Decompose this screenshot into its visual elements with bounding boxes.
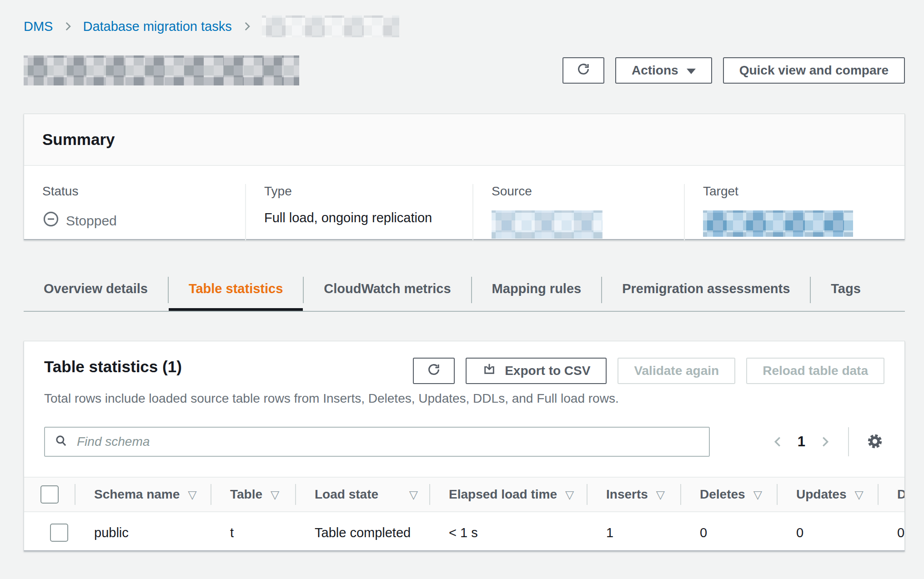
cell-updates: 0: [777, 512, 878, 551]
sort-icon[interactable]: [271, 488, 279, 501]
summary-field-status: Status Stopped: [24, 184, 245, 240]
summary-field-target: Target: [684, 184, 904, 240]
dms-task-page: DMS Database migration tasks Actions: [0, 0, 924, 579]
refresh-button[interactable]: [562, 57, 604, 84]
actions-button[interactable]: Actions: [615, 57, 712, 84]
table-statistics-description: Total rows include loaded source table r…: [24, 391, 904, 406]
row-checkbox[interactable]: [50, 524, 68, 542]
tab-mapping-rules[interactable]: Mapping rules: [472, 269, 602, 311]
quick-view-and-compare-button[interactable]: Quick view and compare: [723, 57, 905, 84]
cell-deletes: 0: [681, 512, 777, 551]
validate-again-label: Validate again: [634, 364, 719, 378]
sort-icon[interactable]: [409, 488, 418, 501]
cell-inserts: 1: [587, 512, 681, 551]
redacted-task-name-breadcrumb: [262, 15, 399, 37]
caret-down-icon: [687, 69, 696, 74]
refresh-icon: [576, 62, 591, 80]
sort-icon[interactable]: [854, 488, 863, 501]
sort-icon[interactable]: [753, 488, 762, 501]
schema-search-box: [44, 427, 710, 457]
chevron-right-icon: [241, 20, 253, 32]
status-label: Status: [42, 184, 245, 199]
summary-title: Summary: [42, 130, 115, 149]
cell-elapsed-load-time: < 1 s: [430, 512, 587, 551]
reload-table-data-button[interactable]: Reload table data: [746, 358, 884, 384]
column-header-schema-name: Schema name: [75, 478, 211, 511]
toolbar-divider: [848, 427, 849, 456]
previous-page-button[interactable]: [771, 435, 785, 449]
type-value: Full load, ongoing replication: [264, 210, 472, 225]
chevron-right-icon: [62, 20, 74, 32]
tab-bar: Overview details Table statistics CloudW…: [24, 269, 905, 312]
cell-table: t: [211, 512, 296, 551]
stopped-status-icon: [42, 210, 60, 231]
select-all-checkbox[interactable]: [40, 485, 59, 504]
cell-schema-name: public: [75, 512, 211, 551]
column-header-inserts: Inserts: [587, 478, 681, 511]
breadcrumb-link-dms[interactable]: DMS: [24, 19, 53, 34]
table-settings-button[interactable]: [865, 432, 884, 452]
table-statistics-card: Table statistics (1) Export to: [24, 341, 905, 551]
summary-card-header: Summary: [24, 114, 904, 166]
source-label: Source: [492, 184, 684, 199]
redacted-page-title: [24, 55, 299, 85]
refresh-icon: [427, 362, 441, 380]
export-to-csv-button[interactable]: Export to CSV: [466, 358, 607, 384]
status-value: Stopped: [66, 213, 117, 229]
current-page-number[interactable]: 1: [798, 434, 805, 450]
column-header-table: Table: [211, 478, 296, 511]
actions-button-label: Actions: [632, 63, 678, 78]
tab-table-statistics[interactable]: Table statistics: [169, 269, 303, 311]
column-header-ddls: DDLs: [878, 478, 905, 511]
breadcrumb-link-migration-tasks[interactable]: Database migration tasks: [83, 19, 231, 34]
redacted-source-endpoint-link[interactable]: [492, 210, 603, 239]
summary-field-type: Type Full load, ongoing replication: [245, 184, 472, 240]
cell-ddls: 0: [878, 512, 905, 551]
summary-card: Summary Status Stopped Type Full load, o…: [24, 114, 905, 240]
redacted-target-endpoint-link[interactable]: [703, 210, 853, 237]
table-refresh-button[interactable]: [413, 358, 455, 384]
column-header-updates: Updates: [777, 478, 878, 511]
breadcrumb: DMS Database migration tasks: [24, 15, 399, 37]
gear-icon: [865, 432, 884, 452]
table-header-row: Schema name Table Load state Elapsed loa…: [24, 477, 905, 512]
next-page-button[interactable]: [818, 435, 832, 449]
tab-cloudwatch-metrics[interactable]: CloudWatch metrics: [304, 269, 471, 311]
page-header: Actions Quick view and compare: [24, 55, 905, 85]
tab-tags[interactable]: Tags: [811, 269, 881, 311]
table-row: public t Table completed < 1 s 1 0 0 0: [24, 512, 905, 551]
tab-overview-details[interactable]: Overview details: [24, 269, 168, 311]
sort-icon[interactable]: [565, 488, 574, 501]
summary-body: Status Stopped Type Full load, ongoing r…: [24, 166, 904, 240]
quick-view-label: Quick view and compare: [739, 63, 889, 78]
summary-field-source: Source: [472, 184, 684, 240]
download-icon: [482, 362, 497, 380]
table-statistics-table: Schema name Table Load state Elapsed loa…: [24, 477, 905, 551]
search-icon: [54, 434, 69, 450]
column-header-deletes: Deletes: [681, 478, 777, 511]
export-to-csv-label: Export to CSV: [505, 364, 590, 378]
tab-premigration-assessments[interactable]: Premigration assessments: [602, 269, 810, 311]
table-statistics-title: Table statistics (1): [44, 358, 182, 376]
column-header-load-state: Load state: [296, 478, 430, 511]
column-header-elapsed-load-time: Elapsed load time: [430, 478, 587, 511]
sort-icon[interactable]: [188, 488, 196, 501]
schema-search-input[interactable]: [76, 434, 700, 449]
cell-load-state: Table completed: [296, 512, 430, 551]
pagination: 1: [771, 427, 884, 456]
reload-table-data-label: Reload table data: [763, 364, 868, 378]
sort-icon[interactable]: [656, 488, 665, 501]
type-label: Type: [264, 184, 472, 199]
validate-again-button[interactable]: Validate again: [618, 358, 735, 384]
target-label: Target: [703, 184, 904, 199]
